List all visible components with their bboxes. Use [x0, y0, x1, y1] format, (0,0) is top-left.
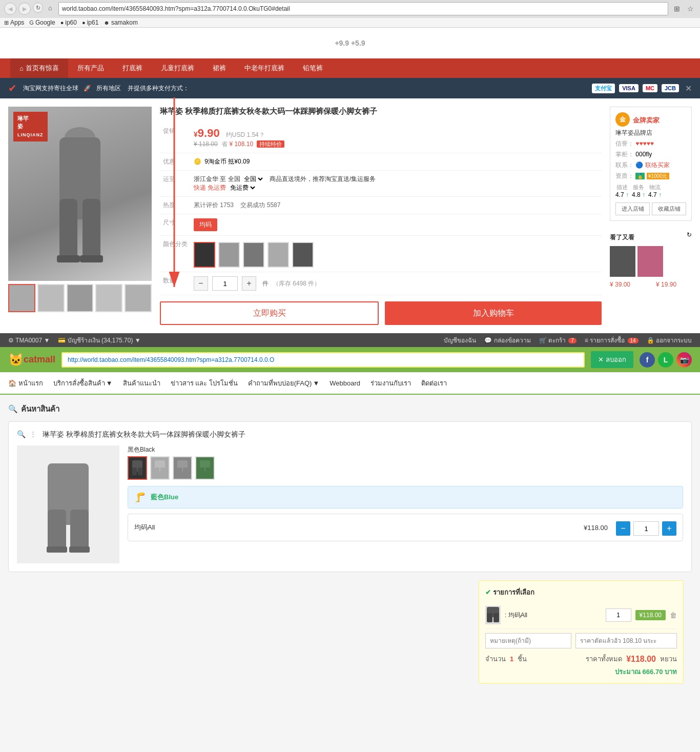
catmall-nav-webboard[interactable]: Webboard: [330, 377, 360, 389]
bookmark-apps[interactable]: ⊞ Apps: [4, 19, 24, 26]
catmall-nav-recommend[interactable]: สินค้าแนะนำ: [123, 376, 160, 391]
seller-badge-row: 金 金牌卖家: [615, 112, 686, 127]
topbar-balance[interactable]: 💳 บัญชีร้างเงิน (34,175.70) ▼: [58, 335, 140, 345]
instagram-icon[interactable]: 📷: [676, 352, 692, 368]
thumb-5[interactable]: [125, 284, 152, 312]
facebook-icon[interactable]: f: [640, 352, 655, 368]
buy-now-button[interactable]: 立即购买: [160, 301, 379, 325]
detail-color-1[interactable]: [128, 456, 147, 480]
total-row: จำนวน 1 ชิ้น ราคาทั้งหมด ¥118.00 หยวน: [485, 654, 677, 664]
gold-badge: 金: [615, 112, 630, 127]
color-swatch-4[interactable]: [267, 242, 289, 268]
thumb-4[interactable]: [95, 284, 122, 312]
nav-all-products[interactable]: 所有产品: [68, 58, 113, 78]
note-input[interactable]: [485, 633, 571, 648]
detail-qty-minus[interactable]: −: [616, 521, 630, 536]
catmall-nav-contact[interactable]: ติดต่อเรา: [421, 376, 447, 391]
bookmark-google[interactable]: G Google: [29, 19, 55, 26]
svg-rect-5: [80, 255, 103, 262]
address-bar-wrap[interactable]: [58, 2, 668, 15]
size-row-container: 均码All ¥118.00 − +: [128, 514, 683, 541]
shipping-fast[interactable]: 快递 免运费: [194, 184, 226, 191]
bookmark-apps-label: Apps: [10, 19, 24, 26]
selection-delete-button[interactable]: 🗑: [670, 611, 677, 619]
region-select[interactable]: 全国: [242, 175, 264, 183]
fav-shop-button[interactable]: 收藏店铺: [652, 202, 686, 215]
also-img-2[interactable]: [637, 246, 663, 277]
dropdown-chevron-2: ▼: [313, 379, 319, 387]
seller-badge-text: 金牌卖家: [633, 116, 660, 125]
topbar-cart[interactable]: 🛒 ตะกร้า 7: [539, 335, 577, 345]
topbar-logout[interactable]: 🔒 ออกจากระบบ: [647, 335, 692, 345]
alipay-icon: 支付宝: [592, 84, 615, 93]
shipping-select[interactable]: 免运费: [228, 184, 257, 192]
catmall-nav-home[interactable]: 🏠 หน้าแรก: [8, 376, 43, 391]
address-bar[interactable]: [62, 5, 665, 12]
price-question[interactable]: ?: [260, 132, 263, 138]
bookmark-samakom[interactable]: ☻ samakom: [104, 19, 138, 26]
product-info-col: 琳芊姿 秋季棉质打底裤女秋冬款大码一体踩脚裤保暖小脚女裤子 促销 ¥9.90 约…: [160, 107, 602, 325]
selection-qty[interactable]: [606, 608, 631, 622]
back-button[interactable]: ◀: [4, 3, 16, 15]
nav-skirt[interactable]: 裙裤: [203, 58, 235, 78]
transactions-count: 交易成功 5587: [240, 201, 280, 209]
detail-color-2[interactable]: [150, 456, 170, 480]
also-img-1[interactable]: [610, 246, 635, 277]
color-swatch-3[interactable]: [243, 242, 264, 268]
nav-pencil[interactable]: 铅笔裤: [294, 58, 332, 78]
add-to-cart-button[interactable]: 加入购物车: [385, 301, 602, 325]
bottom-row: ✔ รายการที่เลือก : 均码All: [8, 580, 692, 692]
thumb-2[interactable]: [37, 284, 65, 312]
detail-qty-plus[interactable]: +: [662, 521, 676, 536]
nav-kids[interactable]: 儿童打底裤: [152, 58, 203, 78]
circle-icon-1: ●: [60, 19, 64, 26]
thumb-3[interactable]: [67, 284, 94, 312]
enter-shop-button[interactable]: 进入店铺: [615, 202, 650, 215]
catmall-nav-work[interactable]: ร่วมงานกับเรา: [370, 376, 411, 391]
topbar-messages[interactable]: 💬 กล่องข้อความ: [484, 335, 530, 345]
circle-icon-2: ●: [82, 19, 86, 26]
nav-elderly[interactable]: 中老年打底裤: [235, 58, 294, 78]
catmall-nav-faq[interactable]: คำถามที่พบบ่อย(FAQ) ▼: [248, 376, 320, 391]
notif-close-button[interactable]: ✕: [685, 84, 692, 93]
color-swatch-2[interactable]: [218, 242, 240, 268]
color-swatch-1[interactable]: [194, 242, 215, 268]
price-note-input[interactable]: [575, 633, 677, 648]
topbar-my-account[interactable]: บัญชีของฉัน: [444, 335, 476, 345]
thumb-1[interactable]: [8, 284, 35, 312]
seller-shop-name: 琳芊姿品牌店: [615, 129, 686, 137]
size-option-all[interactable]: 均码: [194, 218, 217, 231]
detail-color-4[interactable]: [195, 456, 215, 480]
detail-qty-input[interactable]: [633, 521, 659, 536]
bookmark-ip61[interactable]: ● ip61: [82, 19, 98, 26]
star-button[interactable]: ☆: [685, 3, 696, 14]
topbar-tma[interactable]: ⚙ TMA0007 ▼: [8, 337, 50, 344]
svg-rect-23: [200, 468, 204, 475]
action-buttons: 立即购买 加入购物车: [160, 301, 602, 325]
seller-hearts: ♥♥♥♥♥: [635, 140, 654, 147]
seller-contact-row: 联系： 🔵 联络买家: [615, 161, 686, 170]
quantity-input[interactable]: [212, 276, 238, 291]
home-button[interactable]: ⌂: [45, 3, 55, 13]
note-row: [485, 633, 677, 648]
color-swatch-5[interactable]: [292, 242, 314, 268]
cat-icon: 🐱: [8, 353, 24, 367]
line-icon[interactable]: L: [658, 352, 673, 368]
catmall-nav-news[interactable]: ข่าวสาร และ โปรโมชั่น: [171, 376, 238, 391]
reload-button[interactable]: ↻: [33, 3, 43, 13]
nav-home[interactable]: ⌂首页有惊喜: [10, 58, 68, 78]
bookmark-ip60[interactable]: ● ip60: [60, 19, 77, 26]
detail-color-3[interactable]: [173, 456, 192, 480]
delete-url-button[interactable]: ✕ ลบออก: [591, 351, 633, 368]
seller-contact-link[interactable]: 🔵 联络买家: [635, 161, 669, 169]
qty-plus-button[interactable]: +: [242, 276, 256, 291]
selection-price: ¥118.00: [635, 610, 666, 620]
nav-leggings[interactable]: 打底裤: [113, 58, 152, 78]
main-product-image: 琳芊姿LINQIANZ: [8, 107, 152, 281]
catmall-nav-order-service[interactable]: บริการสั่งซื้อสินค้า ▼: [53, 376, 113, 391]
topbar-orders[interactable]: ≡ รายการสั่งซื้อ 14: [585, 335, 639, 345]
refresh-icon[interactable]: ↻: [687, 231, 692, 238]
forward-button[interactable]: ▶: [18, 3, 31, 15]
extensions-button[interactable]: ⊞: [671, 3, 683, 14]
qty-minus-button[interactable]: −: [194, 276, 208, 291]
